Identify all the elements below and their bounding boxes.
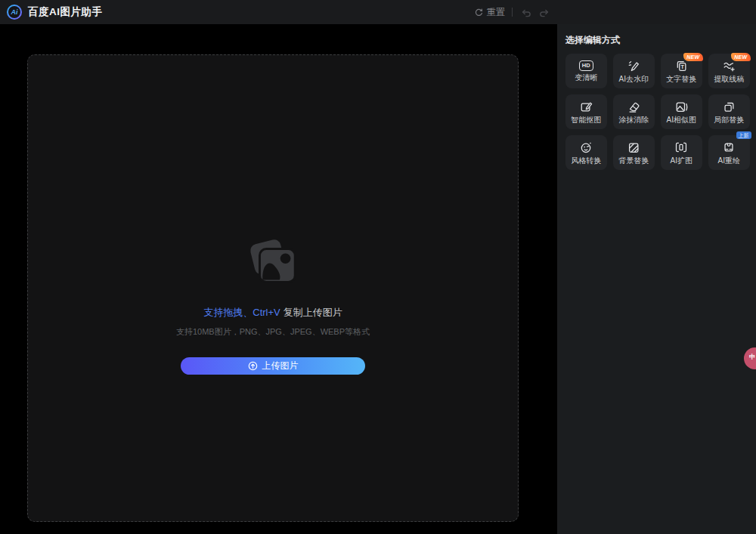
upload-hint: 支持拖拽、Ctrl+V复制上传图片 (203, 306, 342, 319)
text-replace-icon: T (674, 59, 688, 73)
canvas-area: 支持拖拽、Ctrl+V复制上传图片 支持10MB图片，PNG、JPG、JPEG、… (0, 24, 557, 534)
line-art-icon (722, 59, 736, 73)
svg-text:T: T (681, 63, 685, 70)
sidebar-title: 选择编辑方式 (565, 34, 756, 47)
upload-dropzone[interactable]: 支持拖拽、Ctrl+V复制上传图片 支持10MB图片，PNG、JPG、JPEG、… (27, 54, 519, 522)
tool-extract-lineart[interactable]: NEW 提取线稿 (708, 54, 750, 88)
tool-ai-similar-image[interactable]: AI相似图 (661, 94, 702, 129)
redo-button[interactable] (538, 6, 550, 18)
upload-circle-arrow-icon (248, 361, 258, 371)
app-logo-text: Ai (8, 6, 20, 18)
translate-icon: 中 A (749, 353, 756, 364)
tool-style-transfer[interactable]: 风格转换 (565, 135, 607, 170)
new-badge: NEW (683, 53, 702, 61)
upload-hint-rest: 复制上传图片 (284, 307, 342, 318)
upload-hint-highlight: 支持拖拽、Ctrl+V (203, 307, 280, 318)
upload-placeholder: 支持拖拽、Ctrl+V复制上传图片 支持10MB图片，PNG、JPG、JPEG、… (176, 236, 370, 375)
redraw-icon (722, 140, 736, 154)
tool-background-replace[interactable]: 背景替换 (613, 135, 655, 170)
redo-icon (539, 7, 550, 18)
smart-cutout-icon (579, 100, 593, 113)
app-window: Ai 百度AI图片助手 重置 (0, 0, 756, 534)
tool-partial-replace[interactable]: 局部替换 (708, 94, 750, 129)
page-title: 百度AI图片助手 (28, 5, 103, 19)
partial-replace-icon (722, 100, 736, 113)
app-logo-icon: Ai (7, 5, 22, 20)
tool-ai-redraw[interactable]: 上新 AI重绘 (708, 135, 750, 170)
divider (512, 8, 513, 17)
tool-enhance-clarity[interactable]: HD 变清晰 (565, 54, 607, 88)
image-stack-icon (236, 236, 310, 294)
reset-icon (474, 8, 484, 17)
tool-smudge-erase[interactable]: 涂抹消除 (613, 94, 655, 129)
history-controls: 重置 (474, 0, 550, 24)
tools-grid: HD 变清晰 AI去水印 NEW T 文字替换 N (565, 54, 756, 170)
watermark-remove-icon (627, 59, 640, 73)
upload-button[interactable]: 上传图片 (181, 357, 365, 375)
new-feature-badge: 上新 (736, 131, 751, 139)
style-transfer-icon (579, 140, 593, 154)
tool-smart-cutout[interactable]: 智能抠图 (565, 94, 607, 129)
reset-label: 重置 (487, 6, 505, 19)
reset-button[interactable]: 重置 (474, 6, 505, 19)
tool-remove-watermark[interactable]: AI去水印 (613, 54, 655, 88)
background-replace-icon (627, 140, 640, 154)
upload-button-label: 上传图片 (262, 360, 299, 372)
upload-formats-note: 支持10MB图片，PNG、JPG、JPEG、WEBP等格式 (176, 326, 370, 338)
undo-button[interactable] (519, 6, 531, 18)
eraser-icon (627, 100, 640, 113)
hd-icon: HD (579, 60, 593, 71)
top-bar: Ai 百度AI图片助手 重置 (0, 0, 756, 24)
new-badge: NEW (731, 53, 750, 61)
undo-icon (520, 7, 531, 18)
expand-image-icon (674, 140, 688, 154)
similar-image-icon (674, 100, 688, 113)
tool-ai-expand[interactable]: AI扩图 (661, 135, 702, 170)
edit-sidebar: 选择编辑方式 HD 变清晰 AI去水印 NEW T 文 (557, 24, 756, 534)
tool-text-replace[interactable]: NEW T 文字替换 (661, 54, 702, 88)
